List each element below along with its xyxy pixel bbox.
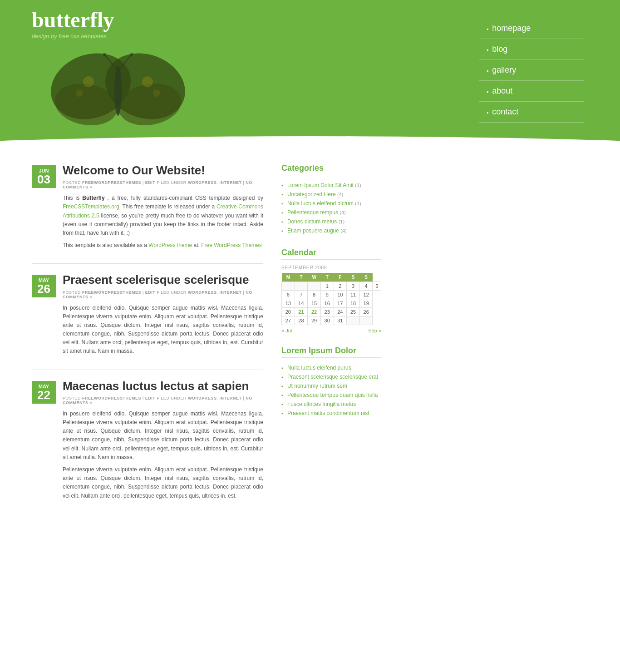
calendar-cell: 4 (359, 282, 373, 291)
calendar-cell: 27 (282, 316, 295, 325)
post-2-content: Praesent scelerisque scelerisque POSTED … (63, 273, 263, 356)
calendar-prev[interactable]: « Jul (281, 328, 292, 333)
nav-item-contact[interactable]: contact (479, 102, 584, 123)
lorem-link-6[interactable]: Praesent mattis condimentum nisl (287, 410, 369, 416)
nav-list: homepage blog gallery about contact (479, 18, 584, 123)
post-1-title: Welcome to Our Website! (63, 163, 263, 178)
post-1-fwplink[interactable]: Free WordPress Themes (201, 242, 262, 248)
post-1-wplink[interactable]: WordPress theme (148, 242, 192, 248)
svg-point-11 (142, 76, 153, 87)
calendar-row: 20212223242526 (282, 308, 381, 316)
category-item-4: Pellentesque tempus (4) (281, 208, 381, 217)
lorem-link-4[interactable]: Pellentesque tempus quam quis nulla (287, 392, 378, 398)
lorem-item-5: Fusce ultrices fringilla metus (281, 400, 381, 409)
category-link-5[interactable]: Donec dictum metus (287, 218, 337, 225)
post-1-link1[interactable]: FreeCSSTemplates.org (63, 203, 119, 210)
calendar-cell: 15 (308, 299, 321, 308)
calendar-cell: 11 (347, 291, 360, 299)
sidebar: Categories Lorem Ipsum Dolor Sit Amit (1… (281, 163, 381, 514)
category-link-2[interactable]: Uncategorized Here (287, 191, 336, 198)
post-2-body: In posuere eleifend odio. Quisque semper… (63, 304, 263, 356)
category-item-1: Lorem Ipsum Dolor Sit Amit (1) (281, 181, 381, 190)
lorem-link-1[interactable]: Nulla luctus eleifend purus (287, 365, 351, 371)
calendar-cell: 10 (334, 291, 347, 299)
post-1-meta-posted: POSTED (63, 180, 81, 185)
post-3-cat2[interactable]: INTERNET (219, 396, 241, 400)
post-3-body: In posuere eleifend odio. Quisque semper… (63, 410, 263, 500)
svg-point-12 (153, 89, 160, 97)
post-1-content: Welcome to Our Website! POSTED FREEWORDP… (63, 163, 263, 250)
post-1-edit[interactable]: EDIT (145, 180, 156, 185)
logo-title: butterfly (32, 9, 114, 31)
calendar-cell: 13 (282, 299, 295, 308)
nav-item-homepage[interactable]: homepage (479, 18, 584, 39)
post-1-meta: POSTED FREEWORDPRESSTHEMES | EDIT FILED … (63, 180, 263, 189)
calendar-cell: 18 (347, 299, 360, 308)
post-3: MAY 22 Maecenas luctus lectus at sapien … (32, 379, 263, 500)
calendar-next[interactable]: Sep » (368, 328, 381, 333)
post-1-cat1[interactable]: WORDPRESS (188, 180, 217, 185)
post-1-bold: Butterfly (82, 195, 104, 201)
post-3-cat1[interactable]: WORDPRESS (188, 396, 217, 400)
post-3-text1: In posuere eleifend odio. Quisque semper… (63, 410, 263, 462)
lorem-link-5[interactable]: Fusce ultrices fringilla metus (287, 401, 356, 407)
post-2-edit[interactable]: EDIT (145, 290, 156, 295)
nav-link-blog[interactable]: blog (479, 39, 584, 59)
calendar-widget: Calendar SEPTEMBER 2008 M T W T F S S (281, 248, 381, 333)
calendar-cell (347, 316, 360, 325)
calendar-cell[interactable]: 22 (308, 308, 321, 316)
svg-point-10 (76, 89, 83, 97)
lorem-list: Nulla luctus eleifend purus Praesent sce… (281, 363, 381, 418)
calendar-cell: 17 (334, 299, 347, 308)
post-3-day: 22 (37, 389, 50, 401)
cal-th-f: F (334, 273, 347, 282)
nav-link-gallery[interactable]: gallery (479, 60, 584, 80)
post-3-text2: Pellentesque viverra vulputate enim. Ali… (63, 465, 263, 500)
category-link-1[interactable]: Lorem Ipsum Dolor Sit Amit (287, 182, 354, 188)
svg-point-4 (114, 66, 122, 116)
post-2-cat2[interactable]: INTERNET (219, 290, 241, 295)
categories-title: Categories (281, 163, 381, 175)
lorem-widget: Lorem Ipsum Dolor Nulla luctus eleifend … (281, 346, 381, 418)
calendar-cell (308, 282, 321, 291)
lorem-item-4: Pellentesque tempus quam quis nulla (281, 390, 381, 400)
calendar-day-link[interactable]: 22 (311, 309, 317, 315)
calendar-cell[interactable]: 21 (295, 308, 308, 316)
nav-link-contact[interactable]: contact (479, 102, 584, 122)
category-link-4[interactable]: Pellentesque tempus (287, 209, 338, 216)
calendar-cell (359, 316, 373, 325)
category-count-1: (1) (355, 183, 361, 188)
post-2-title: Praesent scelerisque scelerisque (63, 273, 263, 287)
calendar-cell: 29 (308, 316, 321, 325)
nav-link-about[interactable]: about (479, 81, 584, 101)
post-3-author[interactable]: FREEWORDPRESSTHEMES (82, 396, 141, 400)
lorem-link-2[interactable]: Praesent scelerisque scelerisque erat (287, 374, 378, 380)
post-1-filed: FILED UNDER (157, 180, 187, 185)
lorem-title: Lorem Ipsum Dolor (281, 346, 381, 358)
post-1-cat2[interactable]: INTERNET (219, 180, 241, 185)
post-2-filed: FILED UNDER (157, 290, 187, 295)
calendar-cell: 19 (359, 299, 373, 308)
nav-item-blog[interactable]: blog (479, 39, 584, 60)
category-link-3[interactable]: Nulla luctus eleifend dictum (287, 200, 354, 207)
nav-link-homepage[interactable]: homepage (479, 18, 584, 39)
lorem-link-3[interactable]: Ut nonummy rutrum sem (287, 383, 347, 389)
post-1-date: JUN 03 (32, 165, 56, 188)
calendar-cell: 7 (295, 291, 308, 299)
nav-item-gallery[interactable]: gallery (479, 60, 584, 81)
nav-item-about[interactable]: about (479, 81, 584, 102)
categories-list: Lorem Ipsum Dolor Sit Amit (1) Uncategor… (281, 181, 381, 235)
post-2-cat1[interactable]: WORDPRESS (188, 290, 217, 295)
post-3-edit[interactable]: EDIT (145, 396, 156, 400)
post-2-date: MAY 26 (32, 275, 56, 297)
calendar-cell: 23 (320, 308, 334, 316)
calendar-cell: 12 (359, 291, 373, 299)
post-3-title: Maecenas luctus lectus at sapien (63, 379, 263, 393)
calendar-body: 1234567891011121314151617181920212223242… (282, 282, 381, 325)
calendar-day-link[interactable]: 21 (298, 309, 304, 315)
post-1-author[interactable]: FREEWORDPRESSTHEMES (82, 180, 141, 185)
logo-area: butterfly design by free css templates (32, 9, 114, 40)
post-2-author[interactable]: FREEWORDPRESSTHEMES (82, 290, 141, 295)
category-link-6[interactable]: Etiam posuere augue (287, 227, 339, 234)
calendar-cell: 31 (334, 316, 347, 325)
